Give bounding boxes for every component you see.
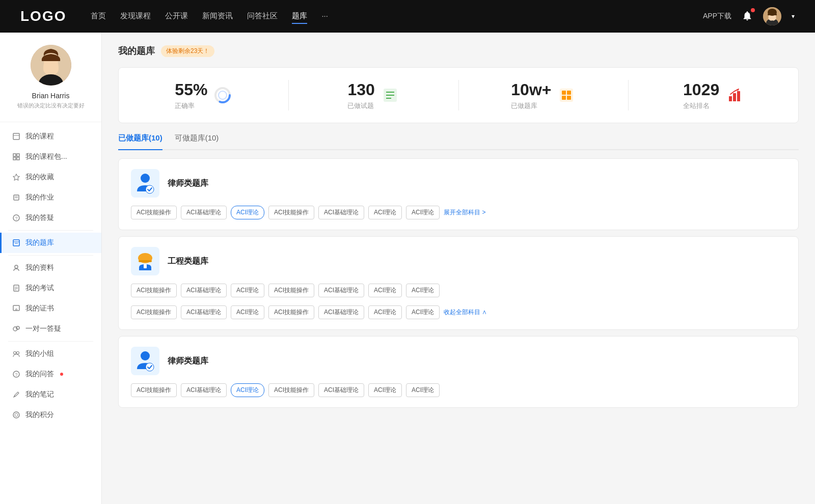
navbar-links: 首页 发现课程 公开课 新闻资讯 问答社区 题库 ··· [91,9,687,24]
sidebar-item-my-points[interactable]: 我的积分 [0,405,101,425]
tag-1-1[interactable]: ACI基础理论 [181,206,227,219]
app-download-button[interactable]: APP下载 [703,12,731,21]
tag-3-6[interactable]: ACI理论 [406,383,440,397]
svg-point-59 [141,351,150,360]
my-package-icon [12,153,20,161]
tag-1-6[interactable]: ACI理论 [406,206,440,219]
tag-3-4[interactable]: ACI基础理论 [318,383,364,397]
main-layout: Brian Harris 错误的决定比没有决定要好 我的课程 我的课程包... [0,33,815,504]
bank-icon-lawyer-3 [131,347,159,375]
tag-3-1[interactable]: ACI基础理论 [181,383,227,397]
my-homework-label: 我的作业 [25,193,54,202]
page-header: 我的题库 体验剩余23天！ [118,45,799,57]
stat-global-rank-label: 全站排名 [683,101,719,110]
tag-1-5[interactable]: ACI理论 [368,206,402,219]
nav-home[interactable]: 首页 [91,9,106,24]
tag-2-r2-6[interactable]: ACI理论 [406,305,440,319]
nav-discover[interactable]: 发现课程 [120,9,151,24]
tag-2-r2-0[interactable]: ACI技能操作 [131,305,177,319]
tag-1-0[interactable]: ACI技能操作 [131,206,177,219]
sidebar-item-my-bank[interactable]: 我的题库 [0,233,101,253]
tag-1-2[interactable]: ACI理论 [231,206,264,219]
stats-bar: 55% 正确率 130 已做试题 [118,67,799,123]
notification-bell[interactable] [742,10,753,23]
tag-2-0[interactable]: ACI技能操作 [131,284,177,297]
stat-done-banks: 10w+ 已做题库 [459,80,629,110]
tag-1-3[interactable]: ACI技能操作 [268,206,314,219]
tag-3-3[interactable]: ACI技能操作 [268,383,314,397]
tag-2-2[interactable]: ACI理论 [231,284,264,297]
bank-tags-2: ACI技能操作 ACI基础理论 ACI理论 ACI技能操作 ACI基础理论 AC… [131,284,786,319]
tag-1-4[interactable]: ACI基础理论 [318,206,364,219]
sidebar-avatar [31,45,71,86]
svg-point-37 [15,413,18,416]
sidebar-item-my-exam[interactable]: 我的考试 [0,278,101,298]
my-profile-label: 我的资料 [25,263,54,272]
svg-marker-13 [13,174,19,180]
svg-text:?: ? [15,372,17,377]
sidebar-slogan: 错误的决定比没有决定要好 [17,102,85,109]
trial-badge: 体验剩余23天！ [161,45,214,57]
sidebar-item-my-qna[interactable]: ? 我的问答 [0,364,101,384]
collapse-link-2[interactable]: 收起全部科目 ∧ [444,308,487,317]
sidebar-username: Brian Harris [32,92,70,100]
sidebar-item-my-homework[interactable]: 我的作业 [0,187,101,208]
nav-open-course[interactable]: 公开课 [165,9,188,24]
tag-2-6[interactable]: ACI理论 [406,284,440,297]
my-qa-icon: ? [12,214,20,222]
sidebar-item-one-on-one[interactable]: 一对一答疑 [0,319,101,339]
tag-3-5[interactable]: ACI理论 [368,383,402,397]
tab-available[interactable]: 可做题库(10) [175,133,219,150]
sidebar-item-my-package[interactable]: 我的课程包... [0,147,101,167]
tag-2-3[interactable]: ACI技能操作 [268,284,314,297]
tag-2-1[interactable]: ACI基础理论 [181,284,227,297]
my-bank-label: 我的题库 [25,238,54,247]
my-cert-label: 我的证书 [25,304,54,313]
tag-3-2[interactable]: ACI理论 [231,383,264,397]
one-on-one-label: 一对一答疑 [25,324,61,333]
my-bank-icon [12,239,20,247]
svg-rect-50 [729,96,732,101]
stat-done-questions-value: 130 [347,80,374,99]
stat-done-questions-icon [381,86,399,104]
nav-bank[interactable]: 题库 [292,9,307,24]
sidebar-item-my-group[interactable]: 我的小组 [0,344,101,364]
tag-3-0[interactable]: ACI技能操作 [131,383,177,397]
nav-news[interactable]: 新闻资讯 [202,9,233,24]
sidebar-menu: 我的课程 我的课程包... 我的收藏 我的作业 [0,122,101,429]
svg-rect-7 [13,133,19,139]
sidebar-item-my-course[interactable]: 我的课程 [0,126,101,147]
tag-2-r2-1[interactable]: ACI基础理论 [181,305,227,319]
user-avatar[interactable] [763,7,781,25]
my-favorite-label: 我的收藏 [25,173,54,182]
sidebar-divider-1 [8,230,93,231]
sidebar-item-my-favorite[interactable]: 我的收藏 [0,167,101,187]
stat-global-rank-icon [725,86,744,104]
tag-2-r2-3[interactable]: ACI技能操作 [268,305,314,319]
my-points-icon [12,411,20,419]
sidebar-item-my-notes[interactable]: 我的笔记 [0,384,101,405]
svg-rect-58 [144,264,147,268]
tag-2-5[interactable]: ACI理论 [368,284,402,297]
stat-accuracy-label: 正确率 [175,101,207,110]
sidebar: Brian Harris 错误的决定比没有决定要好 我的课程 我的课程包... [0,33,102,504]
tag-2-4[interactable]: ACI基础理论 [318,284,364,297]
tag-2-r2-4[interactable]: ACI基础理论 [318,305,364,319]
user-dropdown-button[interactable]: ▾ [792,13,795,20]
sidebar-item-my-qa[interactable]: ? 我的答疑 [0,208,101,228]
nav-more[interactable]: ··· [321,9,328,24]
sidebar-item-my-profile[interactable]: 我的资料 [0,258,101,278]
svg-point-55 [146,185,154,193]
page-title: 我的题库 [118,45,155,57]
tag-2-r2-5[interactable]: ACI理论 [368,305,402,319]
sidebar-item-my-cert[interactable]: 我的证书 [0,298,101,319]
my-points-label: 我的积分 [25,410,54,419]
nav-qa[interactable]: 问答社区 [247,9,278,24]
svg-rect-9 [13,154,16,156]
tag-2-r2-2[interactable]: ACI理论 [231,305,264,319]
expand-link-1[interactable]: 展开全部科目 > [444,208,485,217]
tab-done[interactable]: 已做题库(10) [118,133,162,150]
bank-tags-1: ACI技能操作 ACI基础理论 ACI理论 ACI技能操作 ACI基础理论 AC… [131,206,786,219]
bank-icon-lawyer-1 [131,169,159,198]
my-group-label: 我的小组 [25,349,54,358]
